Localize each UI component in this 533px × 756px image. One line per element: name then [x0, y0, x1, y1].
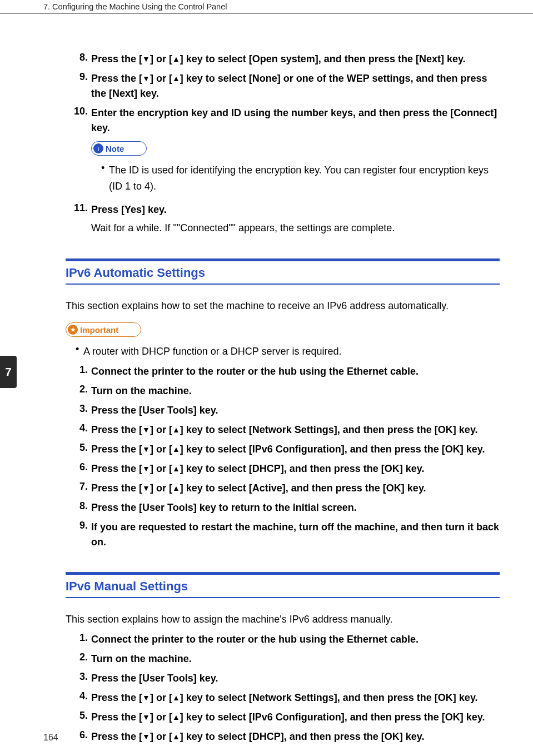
- step-number: 7.: [66, 481, 91, 496]
- step-text: Press the [▼] or [▲] key to select [IPv6…: [91, 442, 500, 457]
- numbered-step: 6.Press the [▼] or [▲] key to select [DH…: [66, 729, 500, 744]
- step-body: Press the [▼] or [▲] key to select [Netw…: [91, 690, 500, 705]
- down-arrow-icon: ▼: [142, 54, 150, 63]
- step-body: Press the [▼] or [▲] key to select [Netw…: [91, 422, 500, 437]
- step-number: 9.: [66, 520, 91, 550]
- numbered-step: 11.Press [Yes] key.Wait for a while. If …: [66, 202, 500, 237]
- up-arrow-icon: ▲: [172, 732, 180, 741]
- step-text: Press the [User Tools] key.: [91, 403, 500, 418]
- step-number: 11.: [66, 202, 91, 237]
- step-number: 4.: [66, 422, 91, 437]
- section-divider-thin: [66, 597, 500, 598]
- important-bullet: •A router with DHCP function or a DHCP s…: [76, 344, 500, 360]
- step-text: Turn on the machine.: [91, 651, 500, 667]
- step-text: Press the [User Tools] key.: [91, 671, 500, 686]
- step-number: 5.: [66, 442, 91, 457]
- numbered-step: 8.Press the [▼] or [▲] key to select [Op…: [66, 52, 500, 67]
- numbered-step: 2.Turn on the machine.: [66, 651, 500, 667]
- section-title-ipv6-manual: IPv6 Manual Settings: [66, 575, 500, 597]
- step-body: Press the [▼] or [▲] key to select [None…: [91, 71, 500, 101]
- note-bullet: •The ID is used for identifying the encr…: [101, 162, 500, 195]
- numbered-step: 2.Turn on the machine.: [66, 384, 500, 399]
- numbered-step: 10.Enter the encryption key and ID using…: [66, 106, 500, 198]
- page-content: 8.Press the [▼] or [▲] key to select [Op…: [0, 14, 500, 744]
- numbered-step: 3.Press the [User Tools] key.: [66, 403, 500, 418]
- down-arrow-icon: ▼: [142, 445, 150, 454]
- step-body: Turn on the machine.: [91, 651, 500, 667]
- important-callout: ★ Important: [66, 322, 141, 337]
- step-body: Press the [▼] or [▲] key to select [IPv6…: [91, 710, 500, 725]
- step-body: Press the [User Tools] key.: [91, 671, 500, 686]
- step-body: Press the [User Tools] key to return to …: [91, 500, 500, 515]
- down-arrow-icon: ▼: [142, 732, 150, 741]
- step-text: Turn on the machine.: [91, 384, 500, 399]
- up-arrow-icon: ▲: [172, 713, 180, 722]
- step-text: Enter the encryption key and ID using th…: [91, 106, 500, 136]
- section-title-ipv6-auto: IPv6 Automatic Settings: [66, 261, 500, 284]
- step-number: 10.: [66, 106, 91, 198]
- up-arrow-icon: ▲: [172, 464, 180, 473]
- step-text: Press the [▼] or [▲] key to select [Netw…: [91, 690, 500, 705]
- step-body: Press the [▼] or [▲] key to select [Acti…: [91, 481, 500, 496]
- section-intro: This section explains how to set the mac…: [66, 298, 500, 314]
- numbered-step: 9.Press the [▼] or [▲] key to select [No…: [66, 71, 500, 101]
- numbered-step: 4.Press the [▼] or [▲] key to select [Ne…: [66, 690, 500, 705]
- step-number: 5.: [66, 710, 91, 725]
- page-number: 164: [43, 733, 58, 743]
- down-arrow-icon: ▼: [142, 464, 150, 473]
- step-number: 4.: [66, 690, 91, 705]
- important-icon: ★: [68, 325, 78, 335]
- step-body: Press [Yes] key.Wait for a while. If ""C…: [91, 202, 500, 237]
- step-text: Connect the printer to the router or the…: [91, 632, 500, 647]
- step-text: Press the [User Tools] key to return to …: [91, 500, 500, 515]
- bullet-text: The ID is used for identifying the encry…: [109, 162, 500, 195]
- bullet-text: A router with DHCP function or a DHCP se…: [83, 344, 500, 360]
- step-text: Connect the printer to the router or the…: [91, 364, 500, 379]
- step-text: Press the [▼] or [▲] key to select [Acti…: [91, 481, 500, 496]
- step-body: If you are requested to restart the mach…: [91, 520, 500, 550]
- step-number: 3.: [66, 671, 91, 686]
- section-intro: This section explains how to assign the …: [66, 611, 500, 628]
- up-arrow-icon: ▲: [172, 425, 180, 434]
- note-callout: ↓Note: [91, 141, 147, 156]
- step-text: Press [Yes] key.: [91, 202, 500, 217]
- step-body: Press the [▼] or [▲] key to select [DHCP…: [91, 461, 500, 476]
- step-number: 9.: [66, 71, 91, 101]
- up-arrow-icon: ▲: [172, 74, 180, 83]
- step-text: Press the [▼] or [▲] key to select [None…: [91, 71, 500, 101]
- step-number: 3.: [66, 403, 91, 418]
- step-number: 2.: [66, 384, 91, 399]
- important-label: Important: [80, 325, 118, 335]
- chapter-thumb-tab: 7: [0, 356, 17, 388]
- step-body: Press the [▼] or [▲] key to select [Open…: [91, 52, 500, 67]
- note-label: Note: [106, 144, 124, 153]
- numbered-step: 9.If you are requested to restart the ma…: [66, 520, 500, 550]
- numbered-step: 8.Press the [User Tools] key to return t…: [66, 500, 500, 515]
- step-text: Press the [▼] or [▲] key to select [Open…: [91, 52, 500, 67]
- step-text: Press the [▼] or [▲] key to select [DHCP…: [91, 461, 500, 476]
- up-arrow-icon: ▲: [172, 693, 180, 702]
- step-body: Press the [▼] or [▲] key to select [DHCP…: [91, 729, 500, 744]
- numbered-step: 4.Press the [▼] or [▲] key to select [Ne…: [66, 422, 500, 437]
- numbered-step: 7.Press the [▼] or [▲] key to select [Ac…: [66, 481, 500, 496]
- step-text: Press the [▼] or [▲] key to select [DHCP…: [91, 729, 500, 744]
- up-arrow-icon: ▲: [172, 484, 180, 493]
- down-arrow-icon: ▼: [142, 693, 150, 702]
- step-number: 8.: [66, 500, 91, 515]
- step-number: 1.: [66, 632, 91, 647]
- step-text: Press the [▼] or [▲] key to select [Netw…: [91, 422, 500, 437]
- bullet-icon: •: [101, 162, 109, 195]
- numbered-step: 1.Connect the printer to the router or t…: [66, 632, 500, 647]
- step-text: Press the [▼] or [▲] key to select [IPv6…: [91, 710, 500, 725]
- down-arrow-icon: ▼: [142, 74, 150, 83]
- step-number: 8.: [66, 52, 91, 67]
- running-header: 7. Configuring the Machine Using the Con…: [0, 0, 533, 14]
- down-arrow-icon: ▼: [142, 713, 150, 722]
- step-body: Turn on the machine.: [91, 384, 500, 399]
- up-arrow-icon: ▲: [172, 54, 180, 63]
- step-text: If you are requested to restart the mach…: [91, 520, 500, 550]
- step-number: 6.: [66, 461, 91, 476]
- numbered-step: 1.Connect the printer to the router or t…: [66, 364, 500, 379]
- down-arrow-icon: ▼: [142, 425, 150, 434]
- step-number: 2.: [66, 651, 91, 667]
